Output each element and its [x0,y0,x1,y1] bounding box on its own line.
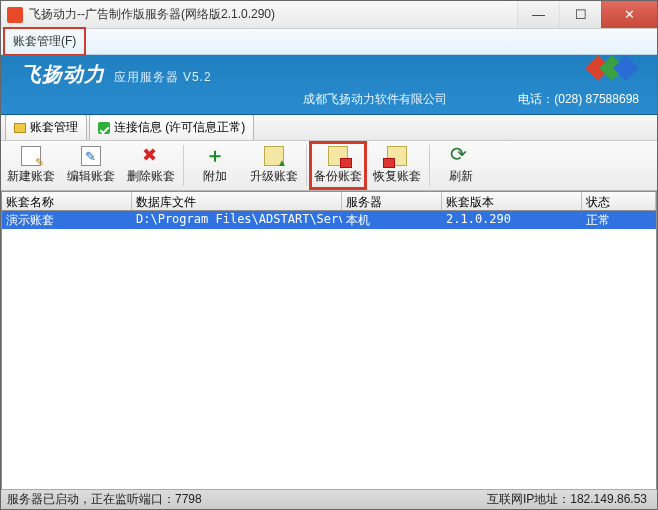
brand-sub: 应用服务器 V5.2 [114,70,212,84]
brand-title: 飞扬动力 应用服务器 V5.2 [21,61,212,88]
window-title: 飞扬动力--广告制作版服务器(网络版2.1.0.290) [29,6,517,23]
app-icon [7,7,23,23]
refresh-button[interactable]: 刷新 [432,141,490,190]
grid-body[interactable]: 演示账套 D:\Program Files\ADSTART\Server\ 本机… [1,211,657,493]
btn-label: 恢复账套 [373,168,421,185]
btn-label: 附加 [203,168,227,185]
logo-cubes-icon [593,59,635,77]
restore-icon [387,146,407,166]
ip-label: 互联网IP地址： [487,492,570,506]
btn-label: 备份账套 [314,168,362,185]
btn-label: 删除账套 [127,168,175,185]
upgrade-icon [264,146,284,166]
toolbar: 新建账套 编辑账套 删除账套 附加 升级账套 备份账套 恢复账套 [1,141,657,191]
banner: 飞扬动力 应用服务器 V5.2 成都飞扬动力软件有限公司 电话：(028) 87… [1,55,657,115]
refresh-icon [451,146,471,166]
restore-button[interactable]: 恢复账套 [367,141,427,190]
new-account-button[interactable]: 新建账套 [1,141,61,190]
col-status[interactable]: 状态 [582,192,656,210]
phone-number: (028) 87588698 [554,92,639,106]
separator [429,145,430,186]
cell-name: 演示账套 [2,211,132,229]
phone-label: 电话： [518,92,554,106]
tab-label: 连接信息 (许可信息正常) [114,119,245,136]
cell-dbfile: D:\Program Files\ADSTART\Server\ [132,211,342,229]
company-name: 成都飞扬动力软件有限公司 [303,91,447,108]
app-window: 飞扬动力--广告制作版服务器(网络版2.1.0.290) — ☐ ✕ 账套管理(… [0,0,658,510]
btn-label: 新建账套 [7,168,55,185]
edit-icon [81,146,101,166]
check-icon [98,122,110,134]
status-left: 服务器已启动，正在监听端口：7798 [1,491,487,508]
grid-header: 账套名称 数据库文件 服务器 账套版本 状态 [1,191,657,211]
title-bar: 飞扬动力--广告制作版服务器(网络版2.1.0.290) — ☐ ✕ [1,1,657,29]
tab-account-mgmt[interactable]: 账套管理 [5,114,87,140]
backup-icon [328,146,348,166]
separator [306,145,307,186]
menu-account-mgmt[interactable]: 账套管理(F) [3,27,86,56]
table-row[interactable]: 演示账套 D:\Program Files\ADSTART\Server\ 本机… [2,211,656,229]
attach-button[interactable]: 附加 [186,141,244,190]
phone-info: 电话：(028) 87588698 [518,91,639,108]
cell-version: 2.1.0.290 [442,211,582,229]
tab-label: 账套管理 [30,119,78,136]
separator [183,145,184,186]
col-server[interactable]: 服务器 [342,192,442,210]
maximize-button[interactable]: ☐ [559,1,601,28]
new-icon [21,146,41,166]
col-name[interactable]: 账套名称 [2,192,132,210]
col-dbfile[interactable]: 数据库文件 [132,192,342,210]
status-bar: 服务器已启动，正在监听端口：7798 互联网IP地址：182.149.86.53 [1,489,657,509]
status-right: 互联网IP地址：182.149.86.53 [487,491,657,508]
btn-label: 编辑账套 [67,168,115,185]
brand-main: 飞扬动力 [21,63,105,85]
menu-bar: 账套管理(F) [1,29,657,55]
folder-icon [14,123,26,133]
btn-label: 升级账套 [250,168,298,185]
btn-label: 刷新 [449,168,473,185]
backup-button[interactable]: 备份账套 [309,141,367,190]
tab-strip: 账套管理 连接信息 (许可信息正常) [1,115,657,141]
col-version[interactable]: 账套版本 [442,192,582,210]
plus-icon [205,146,225,166]
close-button[interactable]: ✕ [601,1,657,28]
upgrade-button[interactable]: 升级账套 [244,141,304,190]
ip-value: 182.149.86.53 [570,492,647,506]
delete-icon [141,146,161,166]
window-buttons: — ☐ ✕ [517,1,657,28]
delete-account-button[interactable]: 删除账套 [121,141,181,190]
minimize-button[interactable]: — [517,1,559,28]
tab-connection-info[interactable]: 连接信息 (许可信息正常) [89,114,254,140]
cell-server: 本机 [342,211,442,229]
edit-account-button[interactable]: 编辑账套 [61,141,121,190]
cell-status: 正常 [582,211,656,229]
